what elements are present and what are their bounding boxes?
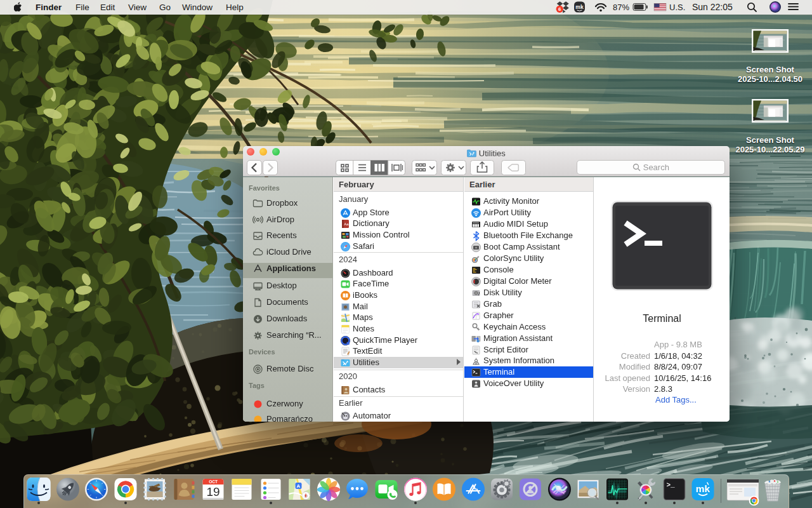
svg-text:U.S.: U.S. (669, 3, 685, 12)
svg-text:mk: mk (575, 4, 584, 10)
svg-text:>_: >_ (667, 481, 676, 489)
svg-text:87%: 87% (613, 3, 629, 12)
svg-text:Sun 22:05: Sun 22:05 (692, 2, 733, 12)
svg-text:19: 19 (206, 485, 219, 498)
svg-text:6: 6 (558, 6, 561, 12)
svg-text:OCT: OCT (209, 479, 218, 484)
svg-text:Aa: Aa (344, 222, 349, 226)
svg-text:A: A (297, 483, 301, 489)
